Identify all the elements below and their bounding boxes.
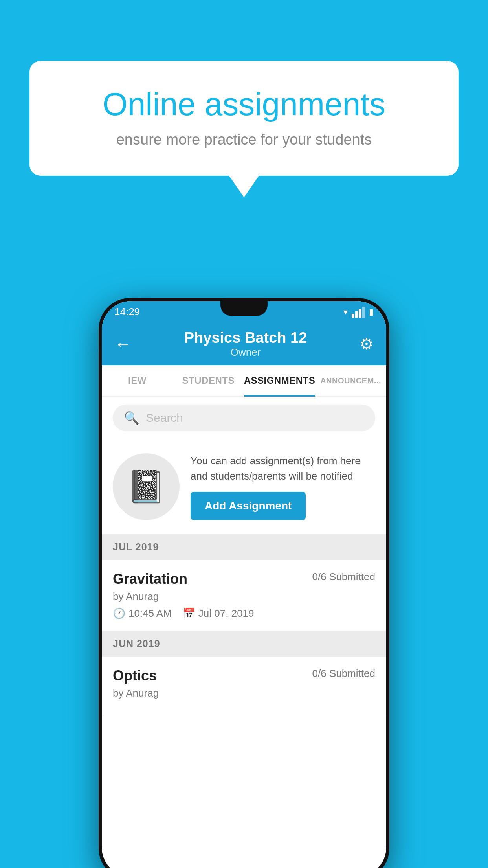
clock-icon: 🕐 <box>113 607 125 620</box>
assignment-submitted: 0/6 Submitted <box>312 571 375 583</box>
speech-bubble-subtitle: ensure more practice for your students <box>53 131 435 148</box>
assignment-name-optics: Optics <box>113 668 157 684</box>
phone-screen: 14:29 ▾ ▮ ← Physics Batch 12 Owner <box>102 301 386 868</box>
promo-icon-circle: 📓 <box>113 453 180 520</box>
tab-announcements[interactable]: ANNOUNCEM... <box>315 366 386 397</box>
assignment-item-optics[interactable]: Optics 0/6 Submitted by Anurag <box>102 657 386 715</box>
tabs-bar: IEW STUDENTS ASSIGNMENTS ANNOUNCEM... <box>102 365 386 397</box>
speech-bubble: Online assignments ensure more practice … <box>29 61 459 176</box>
speech-bubble-title: Online assignments <box>53 86 435 122</box>
assignment-author: by Anurag <box>113 590 375 603</box>
settings-icon[interactable]: ⚙ <box>360 335 374 353</box>
status-time: 14:29 <box>114 306 140 318</box>
search-bar-wrapper: 🔍 Search <box>102 397 386 439</box>
signal-icon <box>352 307 365 318</box>
assignment-author-optics: by Anurag <box>113 687 375 699</box>
app-bar-title-wrap: Physics Batch 12 Owner <box>184 329 307 359</box>
battery-icon: ▮ <box>369 307 374 317</box>
search-icon: 🔍 <box>124 410 139 425</box>
calendar-icon: 📅 <box>183 607 195 620</box>
wifi-icon: ▾ <box>343 307 348 317</box>
promo-content: You can add assignment(s) from here and … <box>191 453 375 520</box>
app-bar-title: Physics Batch 12 <box>184 329 307 346</box>
status-icons: ▾ ▮ <box>343 307 374 318</box>
search-bar[interactable]: 🔍 Search <box>113 405 375 431</box>
assignment-date: 📅 Jul 07, 2019 <box>183 607 254 620</box>
add-assignment-button[interactable]: Add Assignment <box>191 492 306 520</box>
phone-frame: 14:29 ▾ ▮ ← Physics Batch 12 Owner <box>99 298 389 868</box>
assignment-row1-optics: Optics 0/6 Submitted <box>113 668 375 684</box>
app-bar-subtitle: Owner <box>184 346 307 359</box>
promo-text: You can add assignment(s) from here and … <box>191 453 375 484</box>
assignment-time: 🕐 10:45 AM <box>113 607 172 620</box>
back-button[interactable]: ← <box>114 334 132 354</box>
notebook-icon: 📓 <box>127 468 166 505</box>
tab-students[interactable]: STUDENTS <box>173 366 244 397</box>
tab-assignments[interactable]: ASSIGNMENTS <box>244 366 316 397</box>
phone-notch <box>220 301 268 316</box>
assignment-meta-row: 🕐 10:45 AM 📅 Jul 07, 2019 <box>113 607 375 620</box>
tab-iew[interactable]: IEW <box>102 366 173 397</box>
app-bar: ← Physics Batch 12 Owner ⚙ <box>102 323 386 365</box>
promo-card-wrapper: Online assignments ensure more practice … <box>29 61 459 197</box>
assignment-row1: Gravitation 0/6 Submitted <box>113 571 375 587</box>
speech-bubble-arrow <box>229 176 259 197</box>
content-area: 🔍 Search 📓 You can add assignment(s) fro… <box>102 397 386 715</box>
search-placeholder: Search <box>146 411 183 425</box>
assignment-submitted-optics: 0/6 Submitted <box>312 668 375 680</box>
assignment-item-gravitation[interactable]: Gravitation 0/6 Submitted by Anurag 🕐 10… <box>102 560 386 631</box>
assignment-name: Gravitation <box>113 571 187 587</box>
section-header-jul: JUL 2019 <box>102 534 386 560</box>
section-header-jun: JUN 2019 <box>102 631 386 657</box>
promo-section: 📓 You can add assignment(s) from here an… <box>102 439 386 534</box>
